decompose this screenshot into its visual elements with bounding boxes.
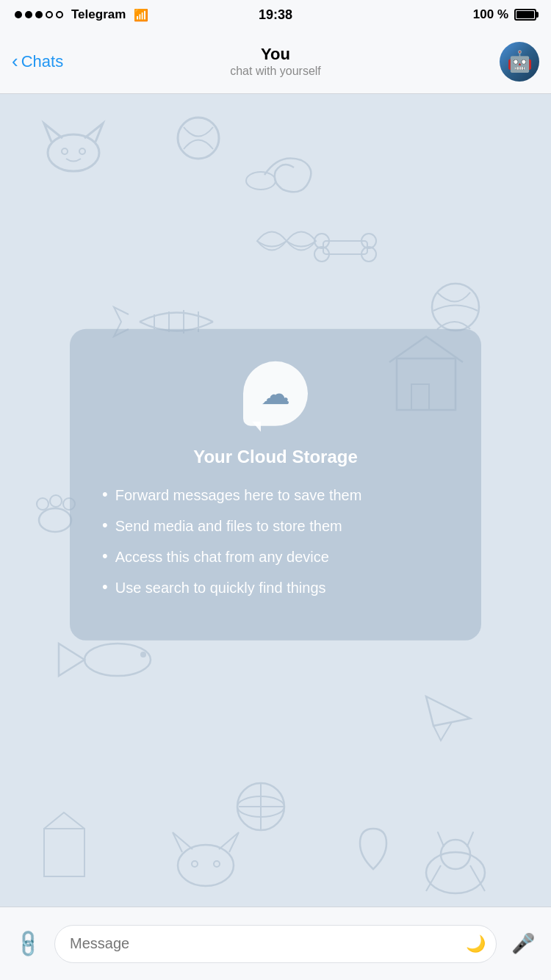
card-title: Your Cloud Storage (96, 447, 455, 467)
wifi-icon: 📶 (134, 8, 148, 22)
svg-point-22 (140, 652, 146, 657)
status-left: Telegram 📶 (15, 7, 148, 22)
message-input-wrap: 🌙 (54, 925, 497, 963)
signal-dot-4 (46, 11, 53, 18)
svg-point-31 (426, 852, 485, 893)
chat-subtitle: chat with yourself (230, 65, 321, 78)
nav-bar: ‹ Chats You chat with yourself 🤖 (0, 29, 551, 94)
svg-point-1 (62, 148, 68, 154)
svg-point-14 (432, 284, 479, 331)
svg-point-16 (37, 498, 48, 510)
svg-point-21 (84, 644, 151, 676)
mic-icon: 🎤 (511, 932, 535, 955)
battery-icon (514, 9, 536, 21)
svg-point-27 (178, 845, 234, 886)
card-bullet-2: Send media and files to store them (96, 516, 455, 536)
svg-point-4 (246, 172, 276, 190)
clock-icon[interactable]: 🌙 (466, 934, 486, 954)
signal-dot-3 (35, 11, 43, 18)
chat-title: You (230, 45, 321, 64)
battery-body (514, 9, 536, 21)
svg-point-2 (79, 148, 85, 154)
status-time: 19:38 (259, 7, 292, 23)
nav-center: You chat with yourself (230, 45, 321, 77)
attach-button[interactable]: 🔗 (12, 928, 44, 960)
svg-point-0 (48, 134, 99, 171)
cloud-storage-card: ☁ Your Cloud Storage Forward messages he… (70, 329, 481, 641)
attach-icon: 🔗 (12, 927, 45, 960)
svg-point-28 (192, 861, 198, 867)
card-bullet-4: Use search to quickly find things (96, 577, 455, 598)
mic-button[interactable]: 🎤 (507, 928, 539, 960)
message-input[interactable] (70, 935, 461, 952)
back-button[interactable]: ‹ Chats (12, 52, 93, 71)
status-right: 100 % (473, 7, 536, 22)
cloud-bubble: ☁ (243, 361, 308, 426)
card-list: Forward messages here to save them Send … (96, 485, 455, 598)
avatar[interactable]: 🤖 (500, 42, 539, 82)
svg-point-29 (214, 861, 220, 867)
svg-point-15 (39, 508, 71, 532)
status-bar: Telegram 📶 19:38 100 % (0, 0, 551, 29)
avatar-image: 🤖 (507, 49, 533, 73)
cloud-icon-wrap: ☁ (96, 361, 455, 426)
svg-point-17 (50, 495, 62, 507)
signal-dot-5 (56, 11, 63, 18)
signal-dots (15, 11, 63, 18)
back-label: Chats (21, 52, 63, 71)
svg-point-3 (178, 118, 219, 159)
carrier-label: Telegram (71, 7, 126, 22)
signal-dot-1 (15, 11, 22, 18)
svg-point-32 (441, 840, 470, 869)
back-chevron-icon: ‹ (12, 51, 18, 71)
card-bullet-1: Forward messages here to save them (96, 485, 455, 505)
chat-background: ☁ Your Cloud Storage Forward messages he… (0, 94, 551, 907)
battery-percent: 100 % (473, 7, 508, 22)
battery-fill (516, 11, 534, 18)
svg-rect-5 (323, 241, 367, 254)
svg-rect-30 (44, 829, 84, 876)
input-bar: 🔗 🌙 🎤 (0, 907, 551, 980)
cloud-icon: ☁ (261, 377, 290, 411)
signal-dot-2 (25, 11, 32, 18)
card-bullet-3: Access this chat from any device (96, 547, 455, 567)
